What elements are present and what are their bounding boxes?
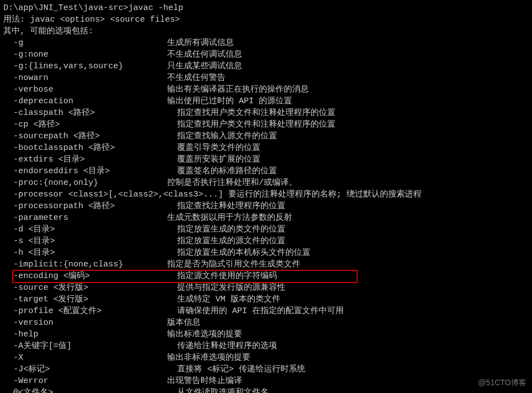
option-flag: -extdirs <目录> (3, 154, 167, 165)
option-desc: 输出有关编译器正在执行的操作的消息 (167, 84, 309, 95)
option-flag: -J<标记> (3, 364, 167, 375)
option-row: -classpath <路径> 指定查找用户类文件和注释处理程序的位置 (3, 107, 529, 119)
option-flag: -implicit:{none,class} (3, 259, 167, 270)
option-row: -s <目录> 指定放置生成的源文件的位置 (3, 235, 529, 247)
option-row: -X输出非标准选项的提要 (3, 352, 529, 364)
option-desc: 指定放置生成的源文件的位置 (167, 235, 285, 247)
option-row: @<文件名> 从文件读取选项和文件名 (3, 387, 529, 393)
option-row: -g:none不生成任何调试信息 (3, 49, 529, 61)
option-row: -implicit:{none,class}指定是否为隐式引用文件生成类文件 (3, 259, 529, 270)
option-desc: 指定是否为隐式引用文件生成类文件 (167, 259, 300, 270)
option-flag: -parameters (3, 212, 167, 224)
option-row: -g:{lines,vars,source}只生成某些调试信息 (3, 61, 529, 72)
option-desc: 覆盖所安装扩展的位置 (167, 154, 260, 165)
option-desc: 不生成任何警告 (167, 72, 225, 84)
option-desc: 版本信息 (167, 317, 200, 329)
option-flag: -s <目录> (3, 235, 167, 247)
option-desc: 指定查找注释处理程序的位置 (167, 200, 285, 212)
option-flag: -target <发行版> (3, 294, 167, 305)
option-flag: -sourcepath <路径> (3, 130, 167, 142)
option-row: -extdirs <目录> 覆盖所安装扩展的位置 (3, 154, 529, 165)
option-flag: -cp <路径> (3, 119, 167, 130)
option-desc: 直接将 <标记> 传递给运行时系统 (167, 364, 305, 375)
option-flag: -verbose (3, 84, 167, 95)
option-desc: 指定源文件使用的字符编码 (167, 270, 277, 282)
option-row: -profile <配置文件> 请确保使用的 API 在指定的配置文件中可用 (3, 305, 529, 317)
option-row: -A关键字[=值] 传递给注释处理程序的选项 (3, 340, 529, 352)
option-desc: 生成特定 VM 版本的类文件 (167, 294, 280, 305)
option-flag: -nowarn (3, 72, 167, 84)
option-row: -target <发行版> 生成特定 VM 版本的类文件 (3, 294, 529, 305)
option-row: -nowarn不生成任何警告 (3, 72, 529, 84)
option-desc: 输出非标准选项的提要 (167, 352, 250, 364)
option-desc: 提供与指定发行版的源兼容性 (167, 282, 285, 294)
option-desc: 指定查找输入源文件的位置 (167, 130, 277, 142)
option-row: -h <目录> 指定放置生成的本机标头文件的位置 (3, 247, 529, 259)
option-desc: 指定放置生成的本机标头文件的位置 (167, 247, 310, 259)
option-row: -help输出标准选项的提要 (3, 329, 529, 340)
option-flag: -h <目录> (3, 247, 167, 259)
option-row: -source <发行版> 提供与指定发行版的源兼容性 (3, 282, 529, 294)
option-flag: -help (3, 329, 167, 340)
option-desc: 传递给注释处理程序的选项 (167, 340, 277, 352)
option-row: -version版本信息 (3, 317, 529, 329)
option-row: -proc:{none,only}控制是否执行注释处理和/或编译。 (3, 177, 529, 189)
option-row: -Werror出现警告时终止编译 (3, 375, 529, 387)
option-row: -parameters生成元数据以用于方法参数的反射 (3, 212, 529, 224)
option-flag: -deprecation (3, 95, 167, 107)
option-desc: 生成元数据以用于方法参数的反射 (167, 212, 292, 224)
option-desc: 指定放置生成的类文件的位置 (167, 224, 285, 235)
option-desc: 只生成某些调试信息 (167, 61, 242, 72)
watermark: @51CTO博客 (478, 377, 526, 389)
option-desc: 生成所有调试信息 (167, 37, 234, 49)
option-row: -bootclasspath <路径> 覆盖引导类文件的位置 (3, 142, 529, 154)
option-flag: @<文件名> (3, 387, 167, 393)
option-flag: -A关键字[=值] (3, 340, 167, 352)
option-flag: -g:none (3, 49, 167, 61)
option-row: -d <目录> 指定放置生成的类文件的位置 (3, 224, 529, 235)
option-desc: 出现警告时终止编译 (167, 375, 242, 387)
possible-line: 其中, 可能的选项包括: (3, 26, 529, 37)
option-desc: 请确保使用的 API 在指定的配置文件中可用 (167, 305, 344, 317)
option-flag: -g:{lines,vars,source} (3, 61, 167, 72)
option-flag: -profile <配置文件> (3, 305, 167, 317)
option-desc: 覆盖签名的标准路径的位置 (167, 165, 277, 177)
option-desc: 输出使用已过时的 API 的源位置 (167, 95, 292, 107)
option-desc: 指定查找用户类文件和注释处理程序的位置 (167, 107, 335, 119)
option-desc: 控制是否执行注释处理和/或编译。 (167, 177, 297, 189)
options-list: -g生成所有调试信息 -g:none不生成任何调试信息 -g:{lines,va… (3, 37, 529, 393)
option-row: -J<标记> 直接将 <标记> 传递给运行时系统 (3, 364, 529, 375)
option-flag: -endorseddirs <目录> (3, 165, 167, 177)
usage-line: 用法: javac <options> <source files> (3, 14, 529, 26)
option-flag: -encoding <编码> (3, 270, 167, 282)
prompt-line: D:\app\JNI_Test\java-src>javac -help (3, 2, 529, 14)
option-row: -g生成所有调试信息 (3, 37, 529, 49)
option-flag: -g (3, 37, 167, 49)
option-row: -processor <class1>[,<class2>,<class3>..… (3, 189, 529, 200)
option-row: -sourcepath <路径> 指定查找输入源文件的位置 (3, 130, 529, 142)
option-desc: 指定查找用户类文件和注释处理程序的位置 (167, 119, 335, 130)
option-flag: -Werror (3, 375, 167, 387)
option-flag: -processorpath <路径> (3, 200, 167, 212)
option-flag: -d <目录> (3, 224, 167, 235)
option-row: -processorpath <路径> 指定查找注释处理程序的位置 (3, 200, 529, 212)
option-flag: -processor <class1>[,<class2>,<class3>..… (3, 189, 421, 200)
option-flag: -source <发行版> (3, 282, 167, 294)
option-desc: 不生成任何调试信息 (167, 49, 242, 61)
option-flag: -X (3, 352, 167, 364)
option-flag: -bootclasspath <路径> (3, 142, 167, 154)
option-row: -encoding <编码> 指定源文件使用的字符编码 (3, 270, 529, 282)
option-flag: -proc:{none,only} (3, 177, 167, 189)
option-flag: -version (3, 317, 167, 329)
option-row: -cp <路径> 指定查找用户类文件和注释处理程序的位置 (3, 119, 529, 130)
option-flag: -classpath <路径> (3, 107, 167, 119)
option-desc: 输出标准选项的提要 (167, 329, 242, 340)
option-row: -endorseddirs <目录> 覆盖签名的标准路径的位置 (3, 165, 529, 177)
option-row: -deprecation输出使用已过时的 API 的源位置 (3, 95, 529, 107)
option-desc: 覆盖引导类文件的位置 (167, 142, 260, 154)
option-row: -verbose输出有关编译器正在执行的操作的消息 (3, 84, 529, 95)
option-desc: 从文件读取选项和文件名 (167, 387, 269, 393)
